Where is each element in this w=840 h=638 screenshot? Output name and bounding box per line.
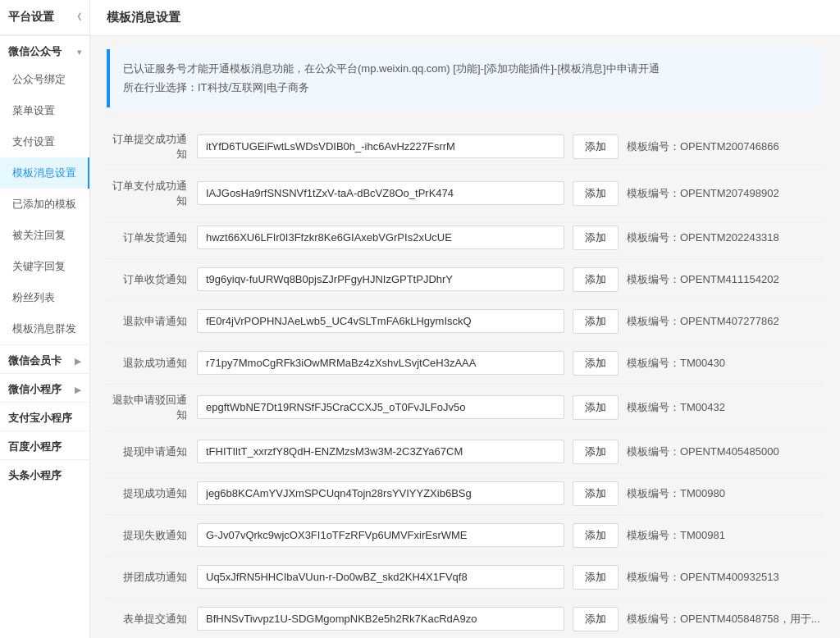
row-label-1: 订单支付成功通知 [107, 179, 197, 208]
sidebar-group-2: 微信小程序▶ [0, 373, 89, 402]
sidebar-group-5: 头条小程序 [0, 459, 89, 488]
sidebar-item-moban-qunfa[interactable]: 模板消息群发 [0, 313, 89, 344]
sidebar-group-label-0[interactable]: 微信公众号▾ [0, 35, 89, 64]
row-input-field-1[interactable] [197, 181, 564, 205]
sidebar-group-label-3[interactable]: 支付宝小程序 [0, 402, 89, 431]
row-code-7: 模板编号：OPENTM405485000 [627, 444, 824, 459]
page-title: 模板消息设置 [90, 0, 840, 36]
row-btn-3: 添加 [573, 267, 619, 292]
template-row: 退款申请通知 添加 模板编号：OPENTM407277862 [107, 301, 824, 343]
row-code-6: 模板编号：TM00432 [627, 400, 824, 415]
sidebar-item-fensi-liebiao[interactable]: 粉丝列表 [0, 282, 89, 313]
row-input-7 [197, 440, 564, 463]
sidebar-group-label-5[interactable]: 头条小程序 [0, 459, 89, 488]
template-row: 提现失败通知 添加 模板编号：TM00981 [107, 515, 824, 557]
row-label-2: 订单发货通知 [107, 230, 197, 245]
row-btn-1: 添加 [573, 181, 619, 206]
row-code-11: 模板编号：OPENTM405848758，用于... [627, 612, 824, 627]
row-input-11 [197, 607, 564, 631]
sidebar-group-arrow-2: ▶ [75, 385, 81, 394]
template-row: 订单发货通知 添加 模板编号：OPENTM202243318 [107, 217, 824, 259]
sidebar-item-zhifu-shezhi[interactable]: 支付设置 [0, 126, 89, 157]
sidebar-group-label-4[interactable]: 百度小程序 [0, 431, 89, 459]
add-button-8[interactable]: 添加 [573, 481, 619, 506]
notice-box: 已认证服务号才能开通模板消息功能，在公众平台(mp.weixin.qq.com)… [107, 49, 824, 107]
template-rows: 订单提交成功通知 添加 模板编号：OPENTM200746866 订单支付成功通… [107, 124, 824, 638]
add-button-11[interactable]: 添加 [573, 607, 619, 631]
template-row: 表单提交通知 添加 模板编号：OPENTM405848758，用于... [107, 599, 824, 638]
row-input-9 [197, 523, 564, 547]
row-input-field-9[interactable] [197, 523, 564, 547]
add-button-10[interactable]: 添加 [573, 565, 619, 590]
row-btn-8: 添加 [573, 481, 619, 506]
row-input-field-7[interactable] [197, 440, 564, 463]
row-btn-11: 添加 [573, 607, 619, 631]
sidebar-group-0: 微信公众号▾公众号绑定菜单设置支付设置模板消息设置已添加的模板被关注回复关键字回… [0, 35, 89, 344]
row-input-field-10[interactable] [197, 565, 564, 589]
row-input-field-6[interactable] [197, 395, 564, 419]
add-button-9[interactable]: 添加 [573, 523, 619, 548]
main-content: 模板消息设置 已认证服务号才能开通模板消息功能，在公众平台(mp.weixin.… [90, 0, 840, 638]
sidebar-platform-label: 平台设置 [8, 10, 54, 25]
sidebar-group-arrow-0: ▾ [77, 48, 81, 57]
row-input-field-3[interactable] [197, 267, 564, 291]
sidebar-group-text-0: 微信公众号 [8, 44, 62, 59]
add-button-3[interactable]: 添加 [573, 267, 619, 292]
sidebar-item-guanjianzi-huifu[interactable]: 关键字回复 [0, 251, 89, 282]
notice-text: 已认证服务号才能开通模板消息功能，在公众平台(mp.weixin.qq.com)… [123, 62, 660, 93]
add-button-2[interactable]: 添加 [573, 226, 619, 250]
add-button-5[interactable]: 添加 [573, 351, 619, 376]
row-btn-2: 添加 [573, 226, 619, 250]
row-input-field-5[interactable] [197, 351, 564, 375]
row-input-field-2[interactable] [197, 226, 564, 249]
add-button-0[interactable]: 添加 [573, 134, 619, 159]
sidebar: 平台设置 《 微信公众号▾公众号绑定菜单设置支付设置模板消息设置已添加的模板被关… [0, 0, 90, 638]
sidebar-item-caidan-shezhi[interactable]: 菜单设置 [0, 95, 89, 126]
sidebar-groups: 微信公众号▾公众号绑定菜单设置支付设置模板消息设置已添加的模板被关注回复关键字回… [0, 35, 89, 488]
add-button-1[interactable]: 添加 [573, 181, 619, 206]
row-label-0: 订单提交成功通知 [107, 132, 197, 162]
row-code-3: 模板编号：OPENTM411154202 [627, 272, 824, 287]
template-row: 提现成功通知 添加 模板编号：TM00980 [107, 473, 824, 515]
template-row: 拼团成功通知 添加 模板编号：OPENTM400932513 [107, 557, 824, 599]
sidebar-group-text-5: 头条小程序 [8, 468, 62, 483]
sidebar-item-gongzhonghao-banding[interactable]: 公众号绑定 [0, 64, 89, 95]
row-label-7: 提现申请通知 [107, 444, 197, 459]
row-input-field-0[interactable] [197, 134, 564, 158]
sidebar-item-moban-xiaxi-shezhi[interactable]: 模板消息设置 [0, 157, 89, 189]
row-code-8: 模板编号：TM00980 [627, 486, 824, 501]
sidebar-group-text-4: 百度小程序 [8, 440, 62, 454]
sidebar-group-arrow-1: ▶ [75, 357, 81, 366]
row-btn-10: 添加 [573, 565, 619, 590]
row-input-3 [197, 267, 564, 291]
sidebar-group-text-3: 支付宝小程序 [8, 411, 72, 426]
add-button-6[interactable]: 添加 [573, 395, 619, 420]
row-label-11: 表单提交通知 [107, 612, 197, 627]
add-button-4[interactable]: 添加 [573, 309, 619, 334]
row-input-field-8[interactable] [197, 481, 564, 505]
sidebar-item-yitiangjia-moban[interactable]: 已添加的模板 [0, 189, 89, 220]
sidebar-group-label-1[interactable]: 微信会员卡▶ [0, 344, 89, 373]
row-label-9: 提现失败通知 [107, 528, 197, 543]
add-button-7[interactable]: 添加 [573, 440, 619, 464]
template-row: 订单提交成功通知 添加 模板编号：OPENTM200746866 [107, 124, 824, 171]
row-input-field-11[interactable] [197, 607, 564, 631]
row-input-8 [197, 481, 564, 505]
template-row: 订单收货通知 添加 模板编号：OPENTM411154202 [107, 259, 824, 301]
row-label-4: 退款申请通知 [107, 314, 197, 329]
sidebar-header[interactable]: 平台设置 《 [0, 0, 89, 35]
row-btn-4: 添加 [573, 309, 619, 334]
row-btn-5: 添加 [573, 351, 619, 376]
sidebar-group-label-2[interactable]: 微信小程序▶ [0, 373, 89, 402]
sidebar-group-4: 百度小程序 [0, 431, 89, 459]
template-row: 订单支付成功通知 添加 模板编号：OPENTM207498902 [107, 171, 824, 217]
row-input-field-4[interactable] [197, 309, 564, 333]
row-btn-7: 添加 [573, 440, 619, 464]
row-label-8: 提现成功通知 [107, 486, 197, 501]
main-body: 已认证服务号才能开通模板消息功能，在公众平台(mp.weixin.qq.com)… [90, 36, 840, 638]
row-label-5: 退款成功通知 [107, 356, 197, 371]
row-label-3: 订单收货通知 [107, 272, 197, 287]
row-label-6: 退款申请驳回通知 [107, 393, 197, 422]
sidebar-item-beiguanzhu-huifu[interactable]: 被关注回复 [0, 220, 89, 251]
row-code-0: 模板编号：OPENTM200746866 [627, 139, 824, 154]
